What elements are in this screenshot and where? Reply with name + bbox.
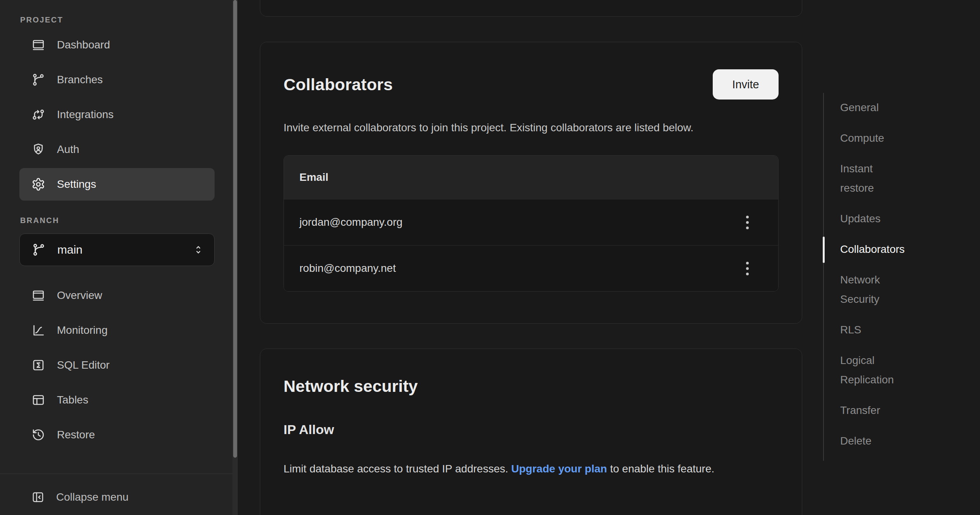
sidebar-item-auth[interactable]: Auth [19,132,215,167]
ip-allow-subtitle: IP Allow [284,421,779,438]
table-icon [31,393,45,407]
collapse-menu-button[interactable]: Collapse menu [19,483,215,511]
collaborators-card-header: Collaborators Invite [284,69,779,100]
ip-allow-description: Limit database access to trusted IP addr… [284,460,772,478]
anchor-compute[interactable]: Compute [823,129,951,148]
git-branch-icon [32,243,46,257]
sidebar-item-label: Overview [57,289,102,302]
anchor-general[interactable]: General [823,98,951,117]
sidebar-item-label: Integrations [57,108,113,121]
sidebar-item-monitoring[interactable]: Monitoring [19,313,215,348]
collaborators-card: Collaborators Invite Invite external col… [260,42,802,324]
table-row: jordan@company.org [284,199,778,245]
sidebar-item-label: SQL Editor [57,359,110,371]
branch-nav: Overview Monitoring SQL Editor Tables Re… [19,278,215,452]
sidebar: PROJECT Dashboard Branches Integrations … [0,0,232,515]
sidebar-item-label: Branches [57,74,103,86]
anchor-transfer[interactable]: Transfer [823,401,951,420]
sidebar-item-restore[interactable]: Restore [19,417,215,452]
integrations-icon [31,108,45,122]
anchor-instant-restore[interactable]: Instant restore [823,159,951,198]
project-section-label: PROJECT [20,15,232,24]
table-row: robin@company.net [284,245,778,291]
sidebar-divider [0,474,232,474]
sidebar-scrollbar-track [232,0,238,515]
sidebar-item-label: Settings [57,178,96,191]
sidebar-item-label: Tables [57,394,88,406]
anchor-rls[interactable]: RLS [823,320,951,340]
branch-selector[interactable]: main [19,233,215,266]
network-security-card: Network security IP Allow Limit database… [260,348,802,515]
browser-icon [31,38,45,52]
sidebar-item-branches[interactable]: Branches [19,62,215,97]
sql-editor-icon [31,358,45,372]
sidebar-item-label: Restore [57,429,95,441]
collaborator-email: jordan@company.org [299,216,402,228]
sidebar-item-sql-editor[interactable]: SQL Editor [19,348,215,383]
collaborators-table: Email jordan@company.org robin@company.n… [284,155,779,292]
sidebar-item-label: Dashboard [57,39,110,51]
collaborators-title: Collaborators [284,74,393,94]
project-nav: Dashboard Branches Integrations Auth Set… [19,27,215,201]
sidebar-item-integrations[interactable]: Integrations [19,97,215,132]
branch-selector-value: main [57,243,181,256]
panel-collapse-icon [31,491,45,504]
network-security-title: Network security [284,376,779,396]
sidebar-scrollbar-thumb[interactable] [233,0,237,458]
sidebar-item-dashboard[interactable]: Dashboard [19,27,215,62]
table-header-email: Email [284,156,778,199]
upgrade-plan-link[interactable]: Upgrade your plan [511,463,607,475]
description-text: Limit database access to trusted IP addr… [284,463,511,475]
sidebar-item-label: Auth [57,143,79,156]
sidebar-item-overview[interactable]: Overview [19,278,215,313]
settings-anchor-nav: General Compute Instant restore Updates … [823,98,951,462]
collapse-menu-label: Collapse menu [56,491,129,503]
row-menu-kebab-icon[interactable] [742,258,753,279]
sidebar-item-settings[interactable]: Settings [19,168,215,201]
collaborator-email: robin@company.net [299,262,396,275]
row-menu-kebab-icon[interactable] [742,212,753,233]
browser-icon [31,288,45,302]
shield-user-icon [31,142,45,156]
collaborators-description: Invite external collaborators to join th… [284,118,768,137]
chart-curve-icon [31,323,45,337]
sidebar-item-tables[interactable]: Tables [19,383,215,417]
anchor-updates[interactable]: Updates [823,209,951,228]
anchor-network-security[interactable]: Network Security [823,270,951,309]
chevron-up-down-icon [193,244,204,256]
sidebar-item-label: Monitoring [57,324,108,336]
anchor-collaborators[interactable]: Collaborators [823,240,951,259]
anchor-logical-replication[interactable]: Logical Replication [823,351,951,390]
history-clock-icon [31,428,45,442]
git-branch-icon [31,73,45,87]
gear-icon [31,177,45,191]
previous-card-partial [260,0,802,17]
anchor-delete[interactable]: Delete [823,431,951,451]
branch-section-label: BRANCH [20,216,232,225]
invite-button[interactable]: Invite [713,69,779,100]
description-text: to enable this feature. [607,463,714,475]
